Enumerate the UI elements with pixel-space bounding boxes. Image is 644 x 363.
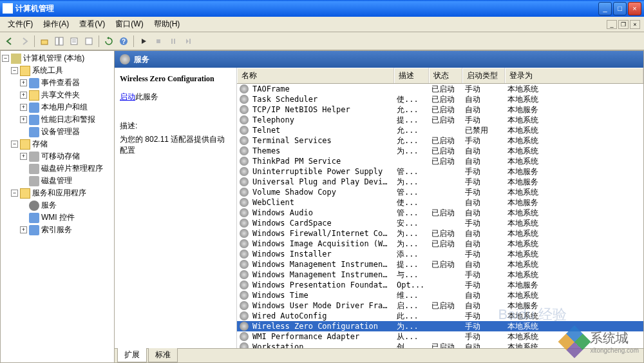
tree-system-tools[interactable]: −系统工具 bbox=[2, 64, 113, 77]
tree-services[interactable]: 服务 bbox=[2, 199, 113, 211]
svg-rect-10 bbox=[171, 39, 173, 44]
column-header-startup[interactable]: 启动类型 bbox=[462, 68, 505, 83]
service-row[interactable]: Windows Management Instrumentati...与...手… bbox=[237, 270, 643, 280]
tree-perf-logs[interactable]: +性能日志和警报 bbox=[2, 113, 113, 126]
tab-extended[interactable]: 扩展 bbox=[117, 348, 147, 362]
service-row[interactable]: WebClient使...自动本地服务 bbox=[237, 197, 643, 208]
expand-icon[interactable]: + bbox=[20, 104, 27, 111]
close-button[interactable]: × bbox=[628, 2, 641, 15]
column-header-desc[interactable]: 描述 bbox=[394, 68, 429, 83]
tree-wmi[interactable]: WMI 控件 bbox=[2, 211, 113, 224]
service-row[interactable]: Uninterruptible Power Supply管...手动本地服务 bbox=[237, 166, 643, 177]
disk-icon bbox=[29, 176, 39, 186]
tree-event-viewer[interactable]: +事件查看器 bbox=[2, 77, 113, 89]
expand-icon[interactable]: + bbox=[20, 116, 27, 123]
service-row[interactable]: ThinkPad PM Service已启动自动本地系统 bbox=[237, 156, 643, 166]
service-row[interactable]: Windows Firewall/Internet Connect...为...… bbox=[237, 228, 643, 239]
detail-pane: Wireless Zero Configuration 启动此服务 描述: 为您… bbox=[115, 68, 237, 348]
cell-startup: 自动 bbox=[462, 239, 505, 250]
service-row[interactable]: Windows Time维...自动本地系统 bbox=[237, 290, 643, 300]
back-button[interactable] bbox=[3, 34, 17, 48]
expand-icon[interactable]: + bbox=[20, 153, 27, 160]
column-header-name[interactable]: 名称 bbox=[237, 68, 394, 83]
list-body[interactable]: TAOFrame已启动手动本地系统Task Scheduler使...已启动自动… bbox=[237, 84, 643, 348]
forward-button[interactable] bbox=[17, 34, 32, 48]
menu-help[interactable]: 帮助(H) bbox=[149, 17, 185, 31]
column-header-status[interactable]: 状态 bbox=[429, 68, 462, 83]
service-row[interactable]: Windows CardSpace安...手动本地系统 bbox=[237, 218, 643, 228]
service-row[interactable]: Windows Audio管...已启动自动本地系统 bbox=[237, 208, 643, 218]
service-row[interactable]: Wireless Zero Configuration为...手动本地系统 bbox=[237, 321, 643, 331]
service-row[interactable]: Task Scheduler使...已启动自动本地系统 bbox=[237, 94, 643, 104]
restart-service-button[interactable] bbox=[181, 34, 195, 48]
tree-defrag[interactable]: 磁盘碎片整理程序 bbox=[2, 162, 113, 175]
service-row[interactable]: Wired AutoConfig此...手动本地系统 bbox=[237, 311, 643, 321]
tab-standard[interactable]: 标准 bbox=[148, 348, 178, 362]
cell-desc: 此... bbox=[394, 311, 429, 322]
service-row[interactable]: Terminal Services允...已启动手动本地系统 bbox=[237, 135, 643, 146]
tree-pane[interactable]: −计算机管理 (本地) −系统工具 +事件查看器 +共享文件夹 +本地用户和组 … bbox=[0, 50, 115, 363]
cell-logon: 本地系统 bbox=[505, 249, 643, 260]
stop-service-button[interactable] bbox=[151, 34, 166, 48]
service-row[interactable]: Volume Shadow Copy管...手动本地系统 bbox=[237, 187, 643, 197]
service-row[interactable]: Universal Plug and Play Device Host为...手… bbox=[237, 177, 643, 187]
properties-button[interactable] bbox=[67, 34, 81, 48]
cell-logon: 本地系统 bbox=[505, 218, 643, 229]
gear-icon bbox=[240, 208, 249, 217]
collapse-icon[interactable]: − bbox=[11, 190, 18, 197]
expand-icon[interactable]: + bbox=[20, 79, 27, 86]
pause-service-button[interactable] bbox=[166, 34, 180, 48]
tree-removable[interactable]: +可移动存储 bbox=[2, 150, 113, 162]
column-header-logon[interactable]: 登录为 bbox=[505, 68, 643, 83]
tree-local-users[interactable]: +本地用户和组 bbox=[2, 101, 113, 113]
start-service-link[interactable]: 启动 bbox=[120, 92, 135, 101]
tree-device-manager[interactable]: 设备管理器 bbox=[2, 126, 113, 138]
expand-icon[interactable]: + bbox=[20, 92, 27, 99]
service-row[interactable]: Windows Management Instrumentation提...已启… bbox=[237, 259, 643, 270]
tree-services-apps[interactable]: −服务和应用程序 bbox=[2, 187, 113, 199]
mdi-restore-button[interactable]: ❐ bbox=[618, 20, 629, 29]
tree-disk-mgmt[interactable]: 磁盘管理 bbox=[2, 175, 113, 187]
refresh-button[interactable] bbox=[102, 34, 116, 48]
collapse-icon[interactable]: − bbox=[11, 141, 18, 148]
tree-storage[interactable]: −存储 bbox=[2, 138, 113, 150]
service-row[interactable]: TAOFrame已启动手动本地系统 bbox=[237, 84, 643, 94]
menu-file[interactable]: 文件(F) bbox=[3, 17, 38, 31]
device-icon bbox=[29, 127, 39, 137]
expand-icon[interactable]: + bbox=[20, 226, 27, 233]
tree-root[interactable]: −计算机管理 (本地) bbox=[2, 52, 113, 64]
tree-indexing[interactable]: +索引服务 bbox=[2, 224, 113, 236]
service-row[interactable]: Themes为...已启动自动本地系统 bbox=[237, 146, 643, 156]
cell-name: Windows Presentation Foundation F... bbox=[250, 280, 394, 289]
mdi-minimize-button[interactable]: _ bbox=[607, 20, 617, 29]
service-row[interactable]: Windows Image Acquisition (WIA)为...已启动自动… bbox=[237, 239, 643, 249]
service-row[interactable]: Windows User Mode Driver Framework启...已启… bbox=[237, 300, 643, 311]
mdi-close-button[interactable]: × bbox=[630, 20, 640, 29]
collapse-icon[interactable]: − bbox=[2, 55, 9, 62]
service-row[interactable]: Workstation创...已启动自动本地系统 bbox=[237, 342, 643, 348]
service-row[interactable]: Telnet允...已禁用本地系统 bbox=[237, 125, 643, 135]
help-button[interactable]: ? bbox=[117, 34, 131, 48]
maximize-button[interactable]: □ bbox=[613, 2, 627, 15]
service-row[interactable]: TCP/IP NetBIOS Helper允...已启动自动本地服务 bbox=[237, 104, 643, 115]
cell-name: Terminal Services bbox=[250, 136, 394, 145]
start-service-button[interactable] bbox=[137, 34, 151, 48]
cell-logon: 本地系统 bbox=[505, 290, 643, 301]
service-row[interactable]: WMI Performance Adapter从...手动本地系统 bbox=[237, 331, 643, 342]
tree-shared-folders[interactable]: +共享文件夹 bbox=[2, 89, 113, 101]
collapse-icon[interactable]: − bbox=[11, 67, 18, 74]
menu-action[interactable]: 操作(A) bbox=[38, 17, 74, 31]
service-row[interactable]: Windows Installer添...手动本地系统 bbox=[237, 249, 643, 259]
cell-startup: 自动 bbox=[462, 290, 505, 301]
export-button[interactable] bbox=[82, 34, 96, 48]
up-button[interactable] bbox=[37, 34, 52, 48]
minimize-button[interactable]: _ bbox=[598, 2, 612, 15]
cell-name: Windows Image Acquisition (WIA) bbox=[250, 239, 394, 248]
cell-startup: 手动 bbox=[462, 177, 505, 188]
menu-window[interactable]: 窗口(W) bbox=[110, 17, 148, 31]
service-row[interactable]: Windows Presentation Foundation F...Opt.… bbox=[237, 280, 643, 290]
cell-desc: Opt... bbox=[394, 280, 429, 289]
show-hide-tree-button[interactable] bbox=[52, 34, 66, 48]
service-row[interactable]: Telephony提...已启动手动本地系统 bbox=[237, 115, 643, 125]
menu-view[interactable]: 查看(V) bbox=[74, 17, 110, 31]
